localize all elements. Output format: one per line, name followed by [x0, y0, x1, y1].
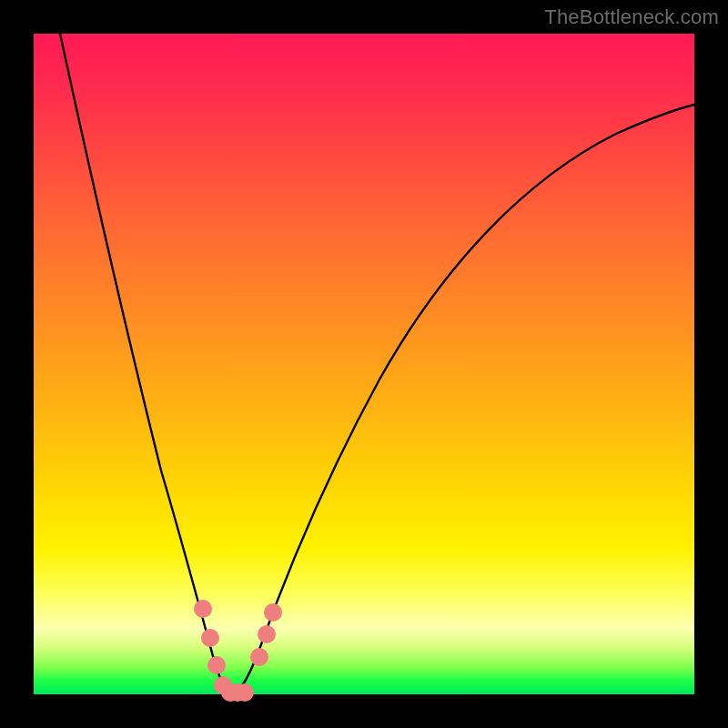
marker-dot	[236, 683, 254, 702]
marker-group	[194, 600, 282, 702]
marker-dot	[250, 648, 268, 666]
marker-dot	[258, 625, 276, 643]
marker-dot	[264, 603, 282, 622]
marker-dot	[201, 629, 219, 647]
marker-dot	[194, 600, 212, 618]
chart-frame: TheBottleneck.com	[0, 0, 728, 728]
plot-area	[34, 34, 694, 694]
marker-dot	[207, 656, 226, 674]
curve-left-branch	[60, 34, 232, 694]
bottleneck-curve	[34, 34, 694, 694]
curve-right-branch	[232, 105, 694, 694]
watermark-text: TheBottleneck.com	[544, 5, 719, 29]
